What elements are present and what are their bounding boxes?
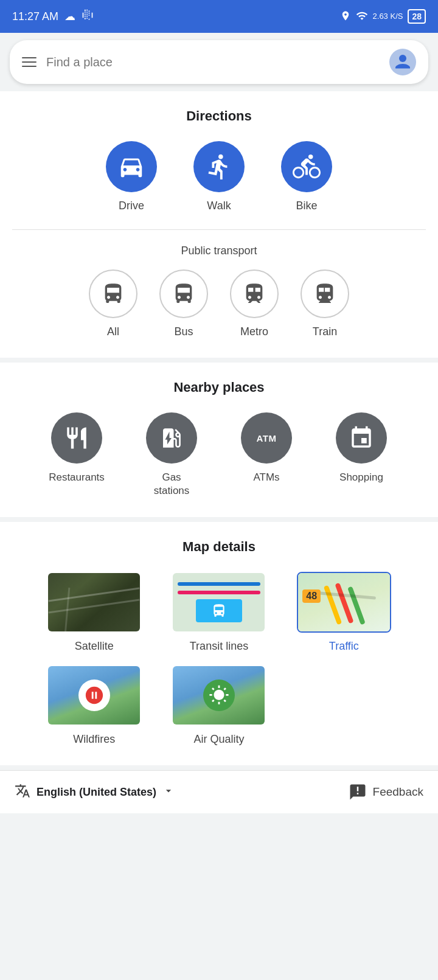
public-transport-subtitle: Public transport xyxy=(12,245,426,257)
wifi-icon xyxy=(356,10,368,24)
translate-icon xyxy=(15,783,30,801)
transport-icons-group: All Bus Metro Train xyxy=(12,269,426,338)
drive-button[interactable]: Drive xyxy=(106,141,157,212)
traffic-button[interactable]: 48 Traffic xyxy=(287,572,401,653)
search-input[interactable] xyxy=(46,55,380,69)
language-label: English (United States) xyxy=(36,786,156,799)
bus-button[interactable]: Bus xyxy=(159,269,208,338)
air-quality-label: Air Quality xyxy=(193,733,244,746)
restaurants-circle xyxy=(51,412,102,464)
menu-icon[interactable] xyxy=(22,57,36,67)
gas-stations-circle xyxy=(146,412,197,464)
bus-circle xyxy=(159,269,208,318)
restaurants-button[interactable]: Restaurants xyxy=(40,412,113,498)
bike-circle xyxy=(281,141,332,192)
map-details-title: Map details xyxy=(12,539,426,555)
status-bar: 11:27 AM ☁ 2.63 K/S 28 xyxy=(0,0,438,33)
satellite-button[interactable]: Satellite xyxy=(36,572,151,653)
air-quality-button[interactable]: Air Quality xyxy=(161,665,276,746)
shopping-label: Shopping xyxy=(339,471,383,484)
nearby-places-section: Nearby places Restaurants Gasstations AT… xyxy=(0,363,438,517)
direction-icons-group: Drive Walk Bike xyxy=(12,141,426,212)
walk-label: Walk xyxy=(207,200,231,212)
feedback-label: Feedback xyxy=(373,785,423,799)
location-icon xyxy=(340,10,351,23)
battery-indicator: 28 xyxy=(408,9,426,24)
chevron-down-icon xyxy=(162,785,175,799)
gas-stations-button[interactable]: Gasstations xyxy=(135,412,208,498)
shopping-button[interactable]: Shopping xyxy=(325,412,398,498)
language-selector[interactable]: English (United States) xyxy=(15,783,175,801)
all-transit-circle xyxy=(89,269,137,318)
cloud-icon: ☁ xyxy=(64,10,75,23)
bike-button[interactable]: Bike xyxy=(281,141,332,212)
metro-button[interactable]: Metro xyxy=(230,269,279,338)
all-transit-button[interactable]: All xyxy=(89,269,137,338)
satellite-thumb xyxy=(47,572,141,633)
air-quality-thumb xyxy=(172,665,266,726)
vibrate-icon xyxy=(82,9,94,24)
feedback-icon xyxy=(349,783,367,801)
train-circle xyxy=(301,269,349,318)
atms-button[interactable]: ATM ATMs xyxy=(230,412,303,498)
shopping-circle xyxy=(336,412,387,464)
status-time: 11:27 AM xyxy=(12,10,58,23)
atm-text: ATM xyxy=(257,433,277,443)
drive-label: Drive xyxy=(119,200,144,212)
traffic-thumb: 48 xyxy=(297,572,391,633)
avatar[interactable] xyxy=(389,49,416,75)
traffic-label: Traffic xyxy=(329,640,359,653)
bus-label: Bus xyxy=(174,325,193,338)
metro-label: Metro xyxy=(240,325,268,338)
gas-stations-label: Gasstations xyxy=(154,471,190,498)
feedback-button[interactable]: Feedback xyxy=(349,783,423,801)
divider xyxy=(12,229,426,230)
nearby-icons-group: Restaurants Gasstations ATM ATMs Shoppin… xyxy=(12,412,426,498)
nearby-places-title: Nearby places xyxy=(12,380,426,395)
restaurants-label: Restaurants xyxy=(49,471,105,484)
train-label: Train xyxy=(313,325,337,338)
transit-lines-label: Transit lines xyxy=(190,640,248,653)
walk-button[interactable]: Walk xyxy=(193,141,245,212)
walk-circle xyxy=(193,141,245,192)
atms-circle: ATM xyxy=(241,412,292,464)
metro-circle xyxy=(230,269,279,318)
atms-label: ATMs xyxy=(253,471,279,484)
all-transit-label: All xyxy=(107,325,119,338)
wildfires-button[interactable]: Wildfires xyxy=(36,665,151,746)
speed-indicator: 2.63 K/S xyxy=(373,12,403,21)
status-right: 2.63 K/S 28 xyxy=(340,9,426,24)
transit-lines-button[interactable]: Transit lines xyxy=(161,572,276,653)
svg-point-0 xyxy=(399,55,406,62)
directions-section: Directions Drive Walk xyxy=(0,91,438,358)
bottom-bar: English (United States) Feedback xyxy=(0,770,438,813)
satellite-label: Satellite xyxy=(75,640,114,653)
wildfires-label: Wildfires xyxy=(73,733,115,746)
bike-label: Bike xyxy=(296,200,317,212)
wildfires-thumb xyxy=(47,665,141,726)
search-bar[interactable] xyxy=(10,40,428,84)
transit-lines-thumb xyxy=(172,572,266,633)
directions-title: Directions xyxy=(12,108,426,124)
drive-circle xyxy=(106,141,157,192)
train-button[interactable]: Train xyxy=(301,269,349,338)
map-details-section: Map details Satellite xyxy=(0,522,438,765)
status-left: 11:27 AM ☁ xyxy=(12,9,94,24)
map-detail-grid: Satellite Transit lines xyxy=(36,572,401,746)
